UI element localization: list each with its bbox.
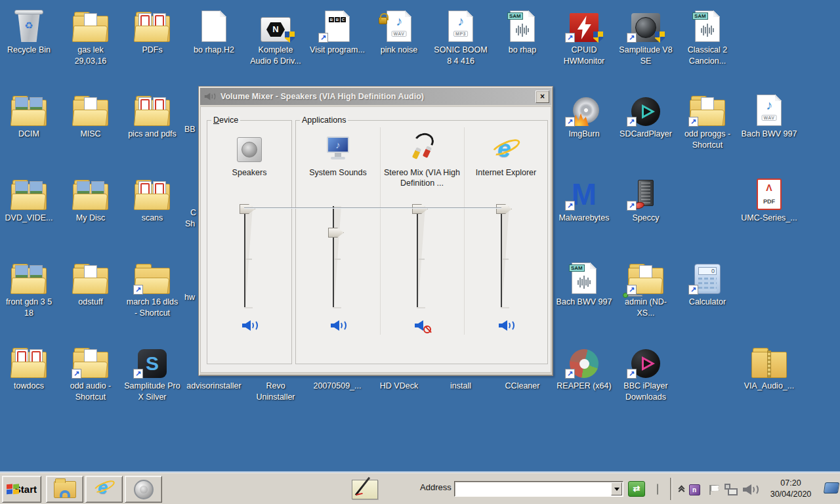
volume-slider[interactable]: [325, 193, 351, 307]
keyboard-button[interactable]: [648, 483, 667, 495]
desktop-icon[interactable]: ↗Speccy: [617, 172, 675, 224]
icon-label: DVD_VIDE...: [0, 213, 58, 224]
volume-slider-thumb[interactable]: [496, 204, 512, 214]
clock-time: 07:20: [760, 478, 822, 489]
show-hidden-icons-chevron[interactable]: [675, 484, 688, 495]
desktop-icon[interactable]: gas lek 29,03,16: [62, 4, 119, 66]
desktop-icon[interactable]: ↗CPUID HWMonitor: [555, 4, 613, 66]
icon-graphic: ↗: [123, 256, 181, 294]
close-button[interactable]: ×: [536, 91, 549, 103]
quick-launch-volume[interactable]: [125, 476, 162, 503]
tray-clock[interactable]: 07:20 30/04/2020: [760, 478, 822, 500]
window-title: Volume Mixer - Speakers (VIA High Defini…: [220, 92, 532, 101]
desktop-icon[interactable]: DCIM: [0, 88, 58, 140]
desktop-icon[interactable]: NKomplete Audio 6 Driv...: [247, 4, 304, 66]
desktop-icon[interactable]: ↗Samplitude V8 SE: [617, 4, 675, 66]
folder-with-document-icon: [73, 100, 108, 126]
shortcut-arrow-icon: ↗: [688, 117, 698, 127]
desktop-icon[interactable]: My Disc: [62, 172, 119, 224]
volume-slider-thumb[interactable]: [412, 204, 428, 214]
volume-slider[interactable]: [236, 193, 262, 307]
desktop-icon[interactable]: odstuff: [62, 256, 119, 308]
desktop-icon[interactable]: ♻Recycle Bin: [0, 4, 58, 56]
icon-label: Samplitude V8 SE: [617, 45, 675, 66]
desktop-icon[interactable]: scans: [123, 172, 181, 224]
mute-button[interactable]: [411, 316, 433, 335]
icon-graphic: SAM: [555, 256, 613, 294]
folder-with-pdfs-icon: [135, 184, 170, 210]
quick-launch-internet-explorer[interactable]: e: [85, 476, 123, 503]
desktop-icon[interactable]: 0↗Calculator: [679, 256, 736, 308]
icon-graphic: ↗: [555, 4, 613, 42]
handwriting-pen-icon[interactable]: [352, 480, 378, 499]
icon-graphic: [62, 88, 119, 126]
desktop-icon[interactable]: VIA_Audio_...: [740, 340, 798, 392]
slider-wedge: [502, 206, 509, 307]
onenote-tray-icon[interactable]: n: [688, 484, 701, 495]
slider-mid-tick: [503, 259, 509, 260]
network-tray-icon[interactable]: [724, 484, 738, 495]
address-input[interactable]: [456, 483, 610, 495]
mute-button[interactable]: [495, 316, 517, 335]
quick-launch-explorer[interactable]: [46, 476, 83, 503]
desktop-icon[interactable]: SAMBach BWV 997: [555, 256, 613, 308]
desktop-icon[interactable]: M↗Malwarebytes: [555, 172, 613, 224]
desktop-icon[interactable]: ♪WAVBach BWV 997: [740, 88, 798, 140]
mute-button[interactable]: [327, 316, 349, 335]
desktop-icon[interactable]: ↗BBC iPlayer Downloads: [617, 340, 675, 402]
device-volume-reference-line: [244, 207, 501, 208]
desktop-icon[interactable]: ♪WAVpink noise: [370, 4, 428, 56]
speaker-icon: [242, 319, 257, 332]
go-button[interactable]: ⇄: [628, 481, 645, 497]
desktop-icon[interactable]: ↗odd audio - Shortcut: [62, 340, 119, 402]
desktop-icon[interactable]: SAMClassical 2 Cancion...: [679, 4, 736, 66]
mute-button[interactable]: [238, 316, 261, 335]
desktop-icon[interactable]: ΛPDFUMC-Series_...: [740, 172, 798, 224]
icon-graphic: [62, 4, 119, 42]
volume-slider-thumb[interactable]: [240, 204, 255, 214]
channel-name: System Sounds: [309, 165, 367, 193]
desktop-icon[interactable]: SAMbo rhap: [494, 4, 551, 56]
address-dropdown-button[interactable]: [611, 482, 622, 495]
address-combo[interactable]: [454, 481, 623, 497]
sam-audio-file-icon: SAM: [572, 262, 597, 294]
volume-slider-thumb[interactable]: [328, 228, 344, 238]
desktop-icon[interactable]: ↗odd proggs - Shortcut: [679, 88, 736, 150]
icon-graphic: SAM: [679, 4, 736, 42]
desktop-icon[interactable]: MISC: [62, 88, 119, 140]
volume-tray-icon[interactable]: [743, 484, 756, 495]
desktop-icon[interactable]: pics and pdfs: [123, 88, 181, 140]
desktop-icon[interactable]: ↗REAPER (x64): [555, 340, 613, 392]
desktop-icon[interactable]: DVD_VIDE...: [0, 172, 58, 224]
desktop-icon[interactable]: BBC↗Visit program...: [308, 4, 366, 56]
icon-graphic: ♻: [0, 4, 58, 42]
desktop-icon[interactable]: bo rhap.H2: [185, 4, 243, 56]
icon-label: bo rhap: [494, 45, 551, 56]
mixer-channel: ♪System Sounds: [296, 121, 380, 364]
desktop-icon[interactable]: ↗ImgBurn: [555, 88, 613, 140]
action-center-flag-icon[interactable]: [707, 484, 721, 495]
speaker-icon: [331, 319, 345, 332]
show-desktop-icon[interactable]: [824, 482, 839, 494]
desktop-icon[interactable]: ↗march 16 dlds - Shortcut: [123, 256, 181, 318]
icon-graphic: M↗: [555, 172, 613, 210]
titlebar[interactable]: Volume Mixer - Speakers (VIA High Defini…: [200, 88, 551, 105]
icon-label: odd audio - Shortcut: [62, 381, 119, 402]
icon-graphic: ↗: [679, 88, 736, 126]
calculator-icon: 0: [694, 264, 721, 294]
start-button[interactable]: Start: [2, 476, 41, 503]
desktop-icon[interactable]: front gdn 3 5 18: [0, 256, 58, 318]
desktop-icon[interactable]: ♪MP3SONIC BOOM 8 4 416: [432, 4, 490, 66]
icon-label: odd proggs - Shortcut: [679, 129, 736, 150]
volume-slider[interactable]: [493, 193, 519, 307]
desktop-icon[interactable]: ↗SDCardPlayer: [617, 88, 675, 140]
icon-label: ImgBurn: [555, 129, 613, 140]
volume-slider[interactable]: [409, 193, 435, 307]
muted-speaker-icon: [415, 319, 429, 332]
desktop-icon[interactable]: S↗Samplitude Pro X Silver: [123, 340, 181, 402]
desktop-icon[interactable]: ↗admin (ND-XS...: [617, 256, 675, 318]
icon-label: SDCardPlayer: [617, 129, 675, 140]
desktop-icon[interactable]: PDFs: [123, 4, 181, 56]
icon-graphic: BBC↗: [308, 4, 366, 42]
desktop-icon[interactable]: towdocs: [0, 340, 58, 392]
